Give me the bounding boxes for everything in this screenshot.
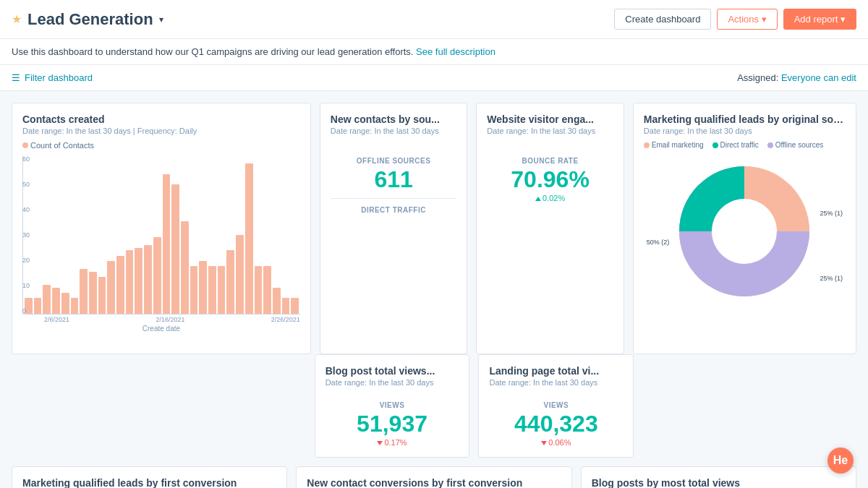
legend-item: Email marketing <box>644 141 704 149</box>
bar <box>163 174 171 314</box>
bar <box>153 237 161 314</box>
new-contact-conversions-card: New contact conversions by first convers… <box>296 466 571 488</box>
row-1: Contacts created Date range: In the last… <box>12 103 856 354</box>
bar <box>89 272 97 314</box>
landing-views-label: VIEWS <box>489 401 623 409</box>
assigned-value-link[interactable]: Everyone can edit <box>781 72 856 83</box>
row-2: Marketing qualified leads by first conve… <box>12 466 856 488</box>
blog-views-label: VIEWS <box>326 401 459 409</box>
bar <box>181 221 189 314</box>
pie-svg <box>679 166 809 296</box>
contacts-created-legend: Count of Contacts <box>22 141 300 150</box>
page-title: Lead Generation <box>27 10 153 29</box>
bar-chart-bars <box>22 155 300 314</box>
bar <box>116 256 124 314</box>
bar <box>61 293 69 314</box>
actions-button[interactable]: Actions ▾ <box>717 9 777 30</box>
x-title: Create date <box>22 325 300 333</box>
legend-label: Count of Contacts <box>30 141 94 150</box>
blog-post-views-subtitle: Date range: In the last 30 days <box>326 378 459 387</box>
bar <box>135 248 142 314</box>
assigned-section: Assigned: Everyone can edit <box>737 72 856 83</box>
blog-post-views-card: Blog post total views... Date range: In … <box>315 354 470 458</box>
bar <box>71 298 79 314</box>
x-labels: 2/6/20212/16/20212/26/2021 <box>44 316 300 323</box>
filter-dashboard-button[interactable]: ☰ Filter dashboard <box>12 72 93 83</box>
offline-sources-value: 611 <box>331 168 456 191</box>
website-visitor-subtitle: Date range: In the last 30 days <box>487 127 613 135</box>
contacts-created-card: Contacts created Date range: In the last… <box>12 103 311 354</box>
see-full-description-link[interactable]: See full description <box>416 46 495 57</box>
mql-source-legend: Email marketingDirect trafficOffline sou… <box>644 141 846 149</box>
blog-views-value: 51,937 <box>326 412 459 435</box>
landing-views-value: 440,323 <box>489 412 623 435</box>
bar <box>98 277 106 314</box>
website-visitor-title: Website visitor enga... <box>487 114 613 125</box>
bounce-rate-label: BOUNCE RATE <box>487 157 613 165</box>
landing-page-views-subtitle: Date range: In the last 30 days <box>489 378 623 387</box>
add-report-button[interactable]: Add report ▾ <box>783 9 856 30</box>
header: ★ Lead Generation ▾ Create dashboard Act… <box>0 0 868 39</box>
bar <box>236 235 244 314</box>
direct-traffic-label: DIRECT TRAFFIC <box>331 206 456 214</box>
chevron-down-icon[interactable]: ▾ <box>159 14 163 25</box>
header-left: ★ Lead Generation ▾ <box>12 10 163 29</box>
new-contacts-source-subtitle: Date range: In the last 30 days <box>331 127 456 135</box>
bar <box>245 163 253 314</box>
bar <box>80 269 88 314</box>
new-contacts-source-title: New contacts by sou... <box>331 114 456 125</box>
offline-sources-label: OFFLINE SOURCES <box>331 157 456 165</box>
assigned-label: Assigned: <box>737 72 778 83</box>
bar <box>52 288 60 314</box>
subtitle-text: Use this dashboard to understand how our… <box>12 46 413 57</box>
bar <box>218 266 226 314</box>
bar <box>255 266 263 314</box>
dashboard: Contacts created Date range: In the last… <box>0 91 868 488</box>
bar <box>43 285 51 314</box>
bar-chart: 6050403020100 2/6/20212/16/20212/26/2021… <box>22 155 300 343</box>
filter-icon: ☰ <box>12 72 20 83</box>
mql-source-subtitle: Date range: In the last 30 days <box>644 127 846 135</box>
contacts-created-title: Contacts created <box>22 114 300 125</box>
y-axis: 6050403020100 <box>22 155 30 314</box>
mql-first-conversion-card: Marketing qualified leads by first conve… <box>12 466 287 488</box>
bar <box>199 261 207 314</box>
create-dashboard-button[interactable]: Create dashboard <box>614 9 711 30</box>
star-icon[interactable]: ★ <box>12 12 22 26</box>
help-button[interactable]: He <box>827 448 854 474</box>
blog-views-change: 0.17% <box>326 438 459 447</box>
landing-views-change: 0.06% <box>489 438 623 447</box>
bar <box>282 298 290 314</box>
filter-label: Filter dashboard <box>25 72 93 83</box>
bar <box>208 266 216 314</box>
bar <box>263 266 271 314</box>
row-1b: Blog post total views... Date range: In … <box>12 354 856 458</box>
bounce-rate-value: 70.96% <box>487 168 613 191</box>
bar <box>126 250 134 314</box>
landing-page-views-title: Landing page total vi... <box>489 365 623 377</box>
mql-source-title: Marketing qualified leads by original so… <box>644 114 846 125</box>
landing-page-views-card: Landing page total vi... Date range: In … <box>478 354 634 458</box>
header-actions: Create dashboard Actions ▾ Add report ▾ <box>614 9 856 30</box>
blog-posts-most-views-card: Blog posts by most total views Date rang… <box>581 466 856 488</box>
website-visitor-card: Website visitor enga... Date range: In t… <box>476 103 624 354</box>
filter-bar: ☰ Filter dashboard Assigned: Everyone ca… <box>0 65 868 91</box>
mql-original-source-card: Marketing qualified leads by original so… <box>633 103 856 354</box>
blog-posts-title: Blog posts by most total views <box>592 477 846 488</box>
bar <box>273 288 281 314</box>
bar <box>171 184 179 314</box>
mql-conversion-title: Marketing qualified leads by first conve… <box>22 477 276 488</box>
new-contacts-source-card: New contacts by sou... Date range: In th… <box>320 103 467 354</box>
pie-chart <box>644 152 846 311</box>
legend-item: Offline sources <box>767 141 824 149</box>
blog-post-views-title: Blog post total views... <box>326 365 459 377</box>
bar <box>291 298 299 314</box>
bar <box>190 266 198 314</box>
subtitle-bar: Use this dashboard to understand how our… <box>0 39 868 65</box>
bar <box>107 261 115 314</box>
bar <box>34 298 42 314</box>
svg-point-1 <box>712 199 777 264</box>
legend-item: Direct traffic <box>712 141 759 149</box>
bar <box>144 245 152 314</box>
bar <box>226 250 234 314</box>
